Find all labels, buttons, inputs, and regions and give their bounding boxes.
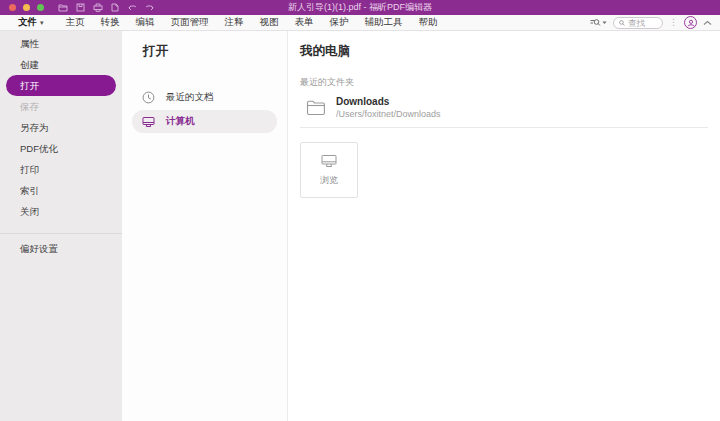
find-replace-icon[interactable] [590, 18, 607, 28]
tab-protect[interactable]: 保护 [322, 16, 357, 29]
collapse-toolbar-icon[interactable] [703, 17, 712, 28]
folder-info: Downloads /Users/foxitnet/Downloads [336, 96, 441, 119]
traffic-lights [0, 4, 44, 11]
zoom-window-button[interactable] [37, 4, 44, 11]
redo-icon[interactable] [145, 4, 155, 12]
sidebar-item-close[interactable]: 关闭 [0, 201, 122, 222]
tab-help[interactable]: 帮助 [411, 16, 446, 29]
sidebar-item-pdf-optimize[interactable]: PDF优化 [0, 138, 122, 159]
tab-view[interactable]: 视图 [252, 16, 287, 29]
computer-icon [142, 116, 155, 128]
tab-edit[interactable]: 编辑 [128, 16, 163, 29]
sidebar-item-open[interactable]: 打开 [6, 75, 116, 96]
sidebar-item-print[interactable]: 打印 [0, 159, 122, 180]
tab-convert[interactable]: 转换 [93, 16, 128, 29]
open-panel: 打开 最近的文档 计算机 [122, 31, 288, 421]
recent-folders-label: 最近的文件夹 [300, 76, 708, 89]
quick-access-toolbar [58, 3, 155, 12]
account-avatar[interactable] [684, 16, 697, 29]
more-options-icon[interactable]: ⋮ [669, 18, 678, 27]
clock-icon [142, 91, 155, 104]
tab-form[interactable]: 表单 [287, 16, 322, 29]
file-menu[interactable]: 文件 ▾ [18, 16, 44, 29]
open-panel-title: 打开 [143, 43, 287, 60]
sidebar-item-properties[interactable]: 属性 [0, 33, 122, 54]
tab-page-management[interactable]: 页面管理 [163, 16, 217, 29]
backstage-view: 属性 创建 打开 保存 另存为 PDF优化 打印 索引 关闭 偏好设置 打开 最… [0, 31, 720, 421]
close-window-button[interactable] [9, 4, 16, 11]
search-input[interactable] [628, 18, 657, 28]
folder-path: /Users/foxitnet/Downloads [336, 109, 441, 119]
titlebar: 新人引导(1)(1).pdf - 福昕PDF编辑器 [0, 0, 720, 15]
open-item-label: 最近的文档 [166, 91, 214, 104]
minimize-window-button[interactable] [23, 4, 30, 11]
tab-home[interactable]: 主页 [58, 16, 93, 29]
tab-accessibility-tools[interactable]: 辅助工具 [357, 16, 411, 29]
open-item-label: 计算机 [166, 115, 195, 128]
sidebar-divider [0, 233, 122, 234]
folder-name: Downloads [336, 96, 441, 107]
sidebar-item-index[interactable]: 索引 [0, 180, 122, 201]
open-item-recent-documents[interactable]: 最近的文档 [132, 86, 277, 109]
computer-monitor-icon [321, 154, 337, 168]
menubar-right-cluster: ⋮ [590, 16, 712, 29]
tab-comment[interactable]: 注释 [217, 16, 252, 29]
open-location-list: 最近的文档 计算机 [122, 86, 287, 133]
chevron-down-icon: ▾ [40, 19, 44, 27]
search-field[interactable] [613, 17, 663, 29]
ribbon-tabs: 主页 转换 编辑 页面管理 注释 视图 表单 保护 辅助工具 帮助 [58, 16, 446, 29]
computer-panel-title: 我的电脑 [300, 43, 708, 60]
sidebar-item-save: 保存 [0, 96, 122, 117]
computer-panel: 我的电脑 最近的文件夹 Downloads /Users/foxitnet/Do… [288, 31, 720, 421]
browse-button[interactable]: 浏览 [300, 142, 358, 198]
file-menu-label: 文件 [18, 16, 37, 29]
sidebar-item-create[interactable]: 创建 [0, 54, 122, 75]
menubar: 文件 ▾ 主页 转换 编辑 页面管理 注释 视图 表单 保护 辅助工具 帮助 ⋮ [0, 15, 720, 31]
save-icon[interactable] [76, 3, 85, 12]
document-icon[interactable] [111, 3, 119, 12]
recent-folder-row[interactable]: Downloads /Users/foxitnet/Downloads [300, 89, 708, 128]
sidebar-item-preferences[interactable]: 偏好设置 [0, 238, 122, 259]
browse-button-label: 浏览 [320, 174, 338, 187]
undo-icon[interactable] [127, 4, 137, 12]
foxit-pdf-editor-window: 新人引导(1)(1).pdf - 福昕PDF编辑器 文件 ▾ 主页 转换 编辑 … [0, 0, 720, 421]
print-icon[interactable] [93, 3, 103, 12]
search-icon [619, 19, 625, 27]
open-folder-icon[interactable] [58, 3, 68, 12]
person-icon [687, 19, 695, 27]
folder-icon [306, 99, 326, 116]
sidebar-item-save-as[interactable]: 另存为 [0, 117, 122, 138]
file-sidebar: 属性 创建 打开 保存 另存为 PDF优化 打印 索引 关闭 偏好设置 [0, 31, 122, 421]
open-item-computer[interactable]: 计算机 [132, 110, 277, 133]
